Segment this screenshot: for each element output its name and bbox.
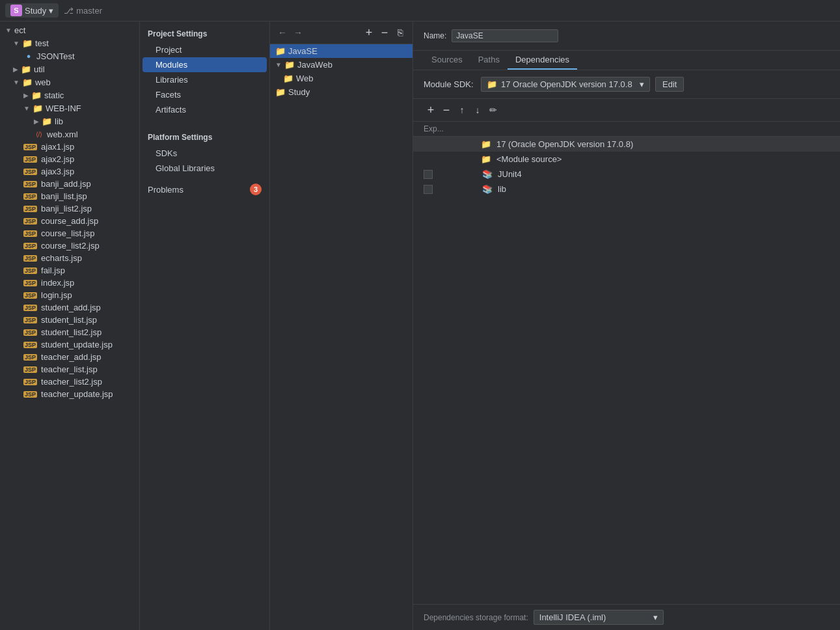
lib-checkbox[interactable] (424, 185, 433, 194)
tree-item-ajax2[interactable]: JSP ajax2.jsp (0, 153, 139, 165)
webinf-folder-icon: 📁 (33, 103, 43, 113)
static-chevron: ▶ (23, 92, 29, 99)
tree-item-banji-add[interactable]: JSP banji_add.jsp (0, 178, 139, 190)
tree-item-static[interactable]: ▶ 📁 static (0, 89, 139, 102)
webxml-label: web.xml (47, 130, 78, 139)
add-module-button[interactable]: + (362, 25, 376, 40)
teacher-list-label: teacher_list.jsp (41, 364, 98, 374)
tree-item-test[interactable]: ▼ 📁 test (0, 36, 139, 49)
junit4-lib-icon: 📚 (482, 169, 493, 179)
tree-item-lib[interactable]: ▶ 📁 lib (0, 115, 139, 128)
util-label: util (34, 64, 45, 74)
problems-badge: 3 (250, 184, 262, 195)
details-header: Name: (413, 21, 840, 51)
top-bar: S Study ▾ ⎇ master (0, 0, 840, 21)
tab-sources[interactable]: Sources (424, 51, 470, 70)
jsontest-label: JSONTest (36, 51, 75, 61)
nav-forward-button[interactable]: → (291, 25, 305, 40)
settings-item-global-libraries[interactable]: Global Libraries (140, 161, 269, 176)
tree-item-webinf[interactable]: ▼ 📁 WEB-INF (0, 102, 139, 115)
branch-info[interactable]: ⎇ master (64, 6, 102, 16)
deps-row-jdk[interactable]: 📁 17 (Oracle OpenJDK version 17.0.8) (413, 137, 840, 152)
details-panel: Name: Sources Paths Dependencies Module … (413, 21, 840, 630)
lib-label: lib (55, 116, 63, 126)
teacher-add-label: teacher_add.jsp (41, 352, 102, 362)
remove-module-button[interactable]: − (377, 25, 392, 40)
tree-item-root[interactable]: ▼ ect (0, 24, 139, 36)
deps-remove-button[interactable]: − (439, 103, 454, 117)
test-label: test (35, 38, 49, 48)
tree-item-course-list[interactable]: JSP course_list.jsp (0, 227, 139, 240)
tree-item-teacher-list[interactable]: JSP teacher_list.jsp (0, 363, 139, 376)
tree-item-jsontest[interactable]: ● JSONTest (0, 49, 139, 62)
tree-item-banji-list2[interactable]: JSP banji_list2.jsp (0, 202, 139, 215)
jsp-badge: JSP (23, 329, 37, 336)
tree-item-teacher-add[interactable]: JSP teacher_add.jsp (0, 351, 139, 363)
main-content: ▼ ect ▼ 📁 test ● JSONTest ▶ 📁 util ▼ 📁 w… (0, 21, 840, 630)
tree-item-login[interactable]: JSP login.jsp (0, 289, 139, 301)
copy-module-button[interactable]: ⎘ (393, 25, 407, 40)
deps-add-button[interactable]: + (424, 103, 438, 117)
tree-item-fail[interactable]: JSP fail.jsp (0, 264, 139, 277)
project-chevron: ▾ (49, 6, 53, 16)
project-settings-title: Project Settings (140, 21, 269, 42)
name-input[interactable] (452, 29, 558, 42)
settings-item-libraries[interactable]: Libraries (140, 72, 269, 87)
tree-item-ajax3[interactable]: JSP ajax3.jsp (0, 165, 139, 178)
junit4-checkbox[interactable] (424, 170, 433, 179)
jsp-badge: JSP (23, 243, 37, 249)
sdk-edit-button[interactable]: Edit (655, 77, 684, 92)
problems-row[interactable]: Problems 3 (140, 181, 269, 198)
web-chevron: ▼ (13, 79, 20, 86)
tree-item-ajax1[interactable]: JSP ajax1.jsp (0, 141, 139, 153)
tree-item-course-add[interactable]: JSP course_add.jsp (0, 215, 139, 227)
deps-edit-button[interactable]: ✏ (486, 103, 500, 117)
branch-icon: ⎇ (64, 6, 74, 16)
deps-row-junit4[interactable]: 📚 JUnit4 (413, 167, 840, 182)
tree-item-echarts[interactable]: JSP echarts.jsp (0, 252, 139, 264)
teacher-update-label: teacher_update.jsp (41, 389, 113, 399)
tree-item-teacher-list2[interactable]: JSP teacher_list2.jsp (0, 376, 139, 388)
xml-icon: ⟨/⟩ (34, 129, 44, 139)
student-list2-label: student_list2.jsp (41, 327, 102, 337)
tab-paths[interactable]: Paths (470, 51, 508, 70)
settings-item-modules[interactable]: Modules (142, 57, 267, 72)
jsp-badge: JSP (23, 181, 37, 187)
deps-row-module-source[interactable]: 📁 <Module source> (413, 152, 840, 167)
module-item-javaweb[interactable]: ▼ 📁 JavaWeb (270, 58, 413, 72)
settings-item-facets[interactable]: Facets (140, 87, 269, 102)
deps-up-button[interactable]: ↑ (455, 103, 469, 117)
sdk-dropdown[interactable]: 📁 17 Oracle OpenJDK version 17.0.8 ▾ (481, 77, 650, 92)
module-item-study[interactable]: 📁 Study (270, 85, 413, 99)
nav-back-button[interactable]: ← (275, 25, 290, 40)
module-source-icon: 📁 (481, 154, 491, 164)
lib-chevron: ▶ (34, 118, 39, 125)
jsp-badge: JSP (23, 366, 37, 373)
course-add-label: course_add.jsp (41, 216, 98, 226)
module-item-web[interactable]: 📁 Web (270, 72, 413, 85)
settings-item-sdks[interactable]: SDKs (140, 146, 269, 161)
project-selector[interactable]: S Study ▾ (5, 3, 59, 18)
tab-dependencies[interactable]: Dependencies (508, 51, 577, 70)
settings-item-artifacts[interactable]: Artifacts (140, 102, 269, 117)
settings-item-project[interactable]: Project (140, 42, 269, 57)
jsp-badge: JSP (23, 391, 37, 398)
tree-item-student-update[interactable]: JSP student_update.jsp (0, 338, 139, 351)
tree-item-student-list2[interactable]: JSP student_list2.jsp (0, 326, 139, 338)
tree-item-course-list2[interactable]: JSP course_list2.jsp (0, 240, 139, 252)
tree-item-student-add[interactable]: JSP student_add.jsp (0, 301, 139, 314)
bottom-label: Dependencies storage format: (424, 613, 528, 622)
teacher-list2-label: teacher_list2.jsp (41, 377, 102, 387)
tree-item-web[interactable]: ▼ 📁 web (0, 75, 139, 89)
tree-item-banji-list[interactable]: JSP banji_list.jsp (0, 190, 139, 202)
tree-item-student-list[interactable]: JSP student_list.jsp (0, 314, 139, 326)
tree-item-teacher-update[interactable]: JSP teacher_update.jsp (0, 388, 139, 400)
storage-format-dropdown[interactable]: IntelliJ IDEA (.iml) ▾ (534, 610, 664, 625)
deps-row-lib[interactable]: 📚 lib (413, 182, 840, 197)
deps-down-button[interactable]: ↓ (470, 103, 485, 117)
settings-panel: Project Settings Project Modules Librari… (140, 21, 270, 630)
tree-item-util[interactable]: ▶ 📁 util (0, 62, 139, 75)
tree-item-index[interactable]: JSP index.jsp (0, 277, 139, 289)
module-item-javase[interactable]: 📁 JavaSE (270, 44, 413, 58)
tree-item-webxml[interactable]: ⟨/⟩ web.xml (0, 128, 139, 141)
